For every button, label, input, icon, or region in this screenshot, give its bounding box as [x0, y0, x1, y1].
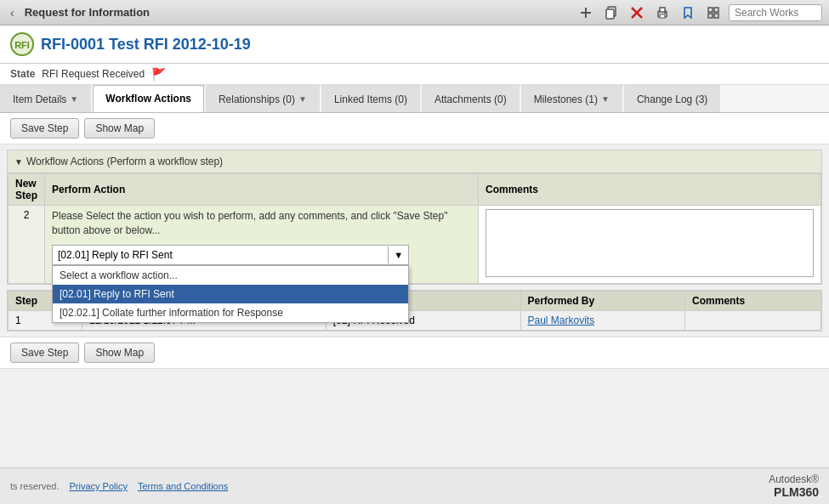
footer-brand: Autodesk® PLM360	[769, 473, 819, 499]
footer-links: ts reserved. Privacy Policy Terms and Co…	[10, 481, 228, 491]
copy-button[interactable]	[601, 4, 622, 21]
rfi-icon: RFI	[10, 32, 34, 56]
save-step-button-top[interactable]: Save Step	[10, 118, 79, 139]
tab-workflow-actions[interactable]: Workflow Actions	[93, 85, 204, 112]
tabs-bar: Item Details ▼ Workflow Actions Relation…	[0, 85, 829, 113]
step-number: 2	[9, 206, 45, 284]
option-select-action[interactable]: Select a workflow action...	[53, 266, 408, 285]
workflow-section-header: ▼ Workflow Actions (Perform a workflow s…	[8, 150, 821, 173]
action-dropdown-popup: Select a workflow action... [02.01] Repl…	[52, 265, 409, 323]
delete-button[interactable]	[627, 4, 647, 21]
print-button[interactable]	[652, 4, 673, 21]
row-performed-by: Paul Markovits	[520, 311, 685, 331]
perform-action-cell: Please Select the action you wish to per…	[45, 206, 479, 284]
workflow-table: New Step Perform Action Comments 2 Pleas…	[8, 173, 821, 284]
svg-rect-11	[714, 8, 718, 12]
comments-textarea[interactable]	[485, 209, 814, 277]
comments-cell	[479, 206, 821, 284]
tab-attachments[interactable]: Attachments (0)	[422, 85, 520, 112]
col-row-comments: Comments	[685, 292, 821, 311]
option-collate-info[interactable]: [02.02.1] Collate further information fo…	[53, 303, 408, 322]
svg-rect-7	[660, 8, 665, 12]
state-value: RFI Request Received	[42, 68, 145, 80]
privacy-policy-link[interactable]: Privacy Policy	[69, 481, 127, 491]
show-map-button-bottom[interactable]: Show Map	[84, 343, 155, 363]
svg-rect-12	[708, 14, 713, 18]
tab-linked-items[interactable]: Linked Items (0)	[321, 85, 420, 112]
item-title-bar: RFI RFI-0001 Test RFI 2012-10-19	[0, 25, 829, 64]
chevron-down-icon: ▼	[601, 94, 610, 104]
header-icons	[576, 4, 822, 21]
state-label: State	[10, 68, 35, 80]
tab-change-log[interactable]: Change Log (3)	[624, 85, 720, 112]
header-left: ‹ Request for Information	[7, 4, 150, 21]
tab-item-details[interactable]: Item Details ▼	[0, 85, 91, 112]
instruction-text: Please Select the action you wish to per…	[52, 209, 471, 238]
svg-rect-10	[708, 8, 713, 12]
svg-text:RFI: RFI	[14, 40, 30, 50]
option-reply-rfi-sent[interactable]: [02.01] Reply to RFI Sent	[53, 285, 408, 303]
app-title: Request for Information	[25, 6, 150, 19]
dropdown-selected-value: [02.01] Reply to RFI Sent	[53, 246, 388, 264]
header-bar: ‹ Request for Information	[0, 0, 829, 25]
performed-by-link[interactable]: Paul Markovits	[528, 314, 595, 326]
svg-rect-8	[660, 14, 665, 18]
add-button[interactable]	[576, 4, 596, 21]
col-new-step: New Step	[9, 174, 45, 206]
grid-button[interactable]	[703, 4, 724, 21]
brand-line2: PLM360	[769, 485, 819, 499]
back-button[interactable]: ‹	[7, 4, 18, 21]
collapse-arrow-icon: ▼	[14, 157, 23, 167]
state-bar: State RFI Request Received 🚩	[0, 64, 829, 85]
workflow-section: ▼ Workflow Actions (Perform a workflow s…	[7, 150, 822, 285]
chevron-down-icon: ▼	[298, 94, 307, 104]
tab-relationships[interactable]: Relationships (0) ▼	[206, 85, 320, 112]
save-step-button-bottom[interactable]: Save Step	[10, 343, 79, 363]
col-perform-action: Perform Action	[45, 174, 479, 206]
top-action-bar: Save Step Show Map	[0, 113, 829, 144]
search-input[interactable]	[729, 4, 822, 21]
col-comments: Comments	[479, 174, 821, 206]
workflow-section-title: Workflow Actions (Perform a workflow ste…	[26, 156, 223, 167]
item-title: RFI-0001 Test RFI 2012-10-19	[41, 36, 251, 54]
dropdown-toggle-button[interactable]: ▼	[388, 246, 408, 263]
terms-link[interactable]: Terms and Conditions	[138, 481, 228, 491]
svg-point-9	[664, 12, 666, 14]
footer: ts reserved. Privacy Policy Terms and Co…	[0, 467, 829, 504]
workflow-row: 2 Please Select the action you wish to p…	[9, 206, 821, 284]
bottom-action-bar: Save Step Show Map	[0, 337, 829, 369]
tab-milestones[interactable]: Milestones (1) ▼	[521, 85, 622, 112]
chevron-down-icon: ▼	[70, 94, 78, 104]
bookmark-button[interactable]	[678, 4, 698, 21]
flag-icon: 🚩	[151, 67, 166, 81]
col-performed-by: Performed By	[520, 292, 685, 311]
footer-rights: ts reserved.	[10, 481, 59, 491]
action-dropdown-container: [02.01] Reply to RFI Sent ▼ Select a wor…	[52, 245, 409, 265]
svg-rect-3	[606, 9, 614, 19]
show-map-button-top[interactable]: Show Map	[84, 118, 155, 139]
svg-rect-13	[714, 14, 718, 18]
row-comments	[685, 311, 821, 331]
brand-line1: Autodesk®	[769, 473, 819, 485]
